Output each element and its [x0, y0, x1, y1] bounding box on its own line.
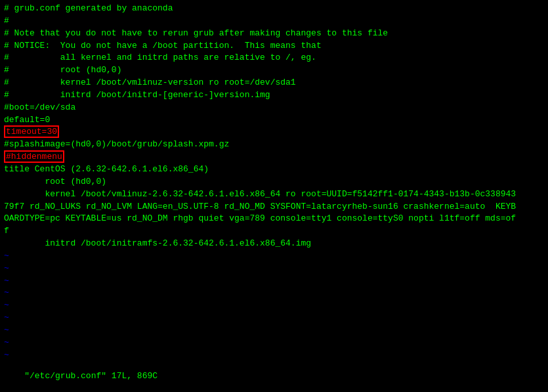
line-splashimage: #splashimage=(hd0,0)/boot/grub/splash.xp…: [4, 139, 544, 151]
line-kernel2: 79f7 rd_NO_LUKS rd_NO_LVM LANG=en_US.UTF…: [4, 201, 544, 213]
terminal-window: # grub.conf generated by anaconda # # No…: [0, 0, 548, 392]
line-8: # initrd /boot/initrd-[generic-]version.…: [4, 89, 544, 102]
line-hiddenmenu: #hiddenmenu: [4, 151, 544, 163]
line-initrd: initrd /boot/initramfs-2.6.32-642.6.1.el…: [4, 238, 544, 250]
line-root: root (hd0,0): [4, 176, 544, 188]
line-timeout: timeout=30: [4, 126, 544, 139]
tilde-8: ~: [4, 337, 544, 349]
line-5: # all kernel and initrd paths are relati…: [4, 52, 544, 64]
line-9: #boot=/dev/sda: [4, 102, 544, 114]
line-title: title CentOS (2.6.32-642.6.1.el6.x86_64): [4, 163, 544, 176]
tilde-1: ~: [4, 250, 544, 263]
tilde-4: ~: [4, 287, 544, 299]
tilde-6: ~: [4, 312, 544, 324]
timeout-highlight: timeout=30: [4, 125, 59, 138]
line-3: # Note that you do not have to rerun gru…: [4, 28, 544, 40]
tilde-5: ~: [4, 299, 544, 312]
hiddenmenu-highlight: #hiddenmenu: [4, 150, 64, 163]
tilde-2: ~: [4, 263, 544, 275]
tilde-7: ~: [4, 324, 544, 337]
tilde-3: ~: [4, 275, 544, 288]
line-2: #: [4, 15, 544, 28]
line-kernel1: kernel /boot/vmlinuz-2.6.32-642.6.1.el6.…: [4, 188, 544, 201]
line-10: default=0: [4, 114, 544, 127]
line-kernel4: f: [4, 225, 544, 238]
line-kernel3: OARDTYPE=pc KEYTABLE=us rd_NO_DM rhgb qu…: [4, 213, 544, 225]
line-7: # kernel /boot/vmlinuz-version ro root=/…: [4, 77, 544, 89]
line-4: # NOTICE: You do not have a /boot partit…: [4, 40, 544, 53]
line-1: # grub.conf generated by anaconda: [4, 3, 544, 15]
status-text: "/etc/grub.conf" 17L, 869C: [24, 371, 158, 381]
status-bar: "/etc/grub.conf" 17L, 869C: [0, 360, 548, 392]
line-6: # root (hd0,0): [4, 64, 544, 77]
